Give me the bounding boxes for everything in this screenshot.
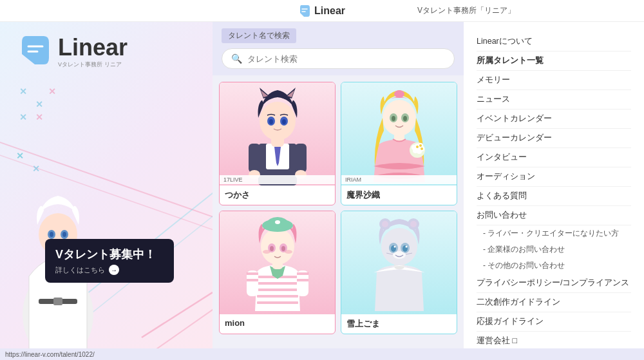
talent-card-image-tsukasa — [220, 82, 335, 185]
svg-point-23 — [269, 119, 273, 124]
svg-rect-46 — [257, 289, 298, 291]
right-sidebar: Linearについて所属タレント一覧メモリーニュースイベントカレンダーデビューカ… — [464, 22, 644, 360]
deco-x-4: ✕ — [48, 86, 56, 97]
talent-name-yukigoma: 雪上ごま — [341, 314, 457, 334]
svg-point-76 — [393, 246, 395, 248]
nav-item-0[interactable]: Linearについて — [477, 32, 631, 52]
talent-name-masai: 魔界沙織 — [341, 185, 457, 205]
svg-point-67 — [381, 228, 417, 265]
svg-line-4 — [142, 292, 213, 337]
brand-name: Linear — [58, 36, 128, 59]
talent-card-image-masai — [341, 82, 457, 185]
main-content: タレント名で検索 🔍 — [213, 22, 464, 360]
top-nav-logo[interactable]: Linear — [299, 4, 345, 18]
top-nav-logo-text: Linear — [314, 5, 345, 17]
talent-card-tsukasa[interactable]: 17LIVE つかさ — [219, 82, 336, 205]
search-input[interactable] — [247, 54, 445, 64]
svg-point-20 — [260, 102, 296, 140]
nav-sub-item-10[interactable]: - ライバー・クリエイターになりたい方 — [477, 225, 631, 242]
svg-point-70 — [382, 221, 388, 227]
svg-rect-48 — [257, 301, 298, 304]
svg-rect-47 — [257, 295, 298, 298]
nav-item-8[interactable]: よくある質問 — [477, 187, 631, 206]
svg-point-77 — [405, 246, 407, 248]
left-panel: ✕ ✕ ✕ ✕ ✕ ✕ ✕ Linear Vタレント事務所 リニア — [0, 22, 213, 360]
svg-point-56 — [270, 246, 274, 251]
svg-point-14 — [62, 232, 66, 237]
svg-point-33 — [403, 116, 407, 121]
nav-item-14[interactable]: 二次創作ガイドライン — [477, 293, 631, 312]
talent-name-tsukasa: つかさ — [220, 185, 335, 205]
svg-rect-17 — [249, 144, 260, 173]
search-label: タレント名で検索 — [222, 28, 296, 43]
talent-card-masai[interactable]: IRIAM 魔界沙織 — [341, 82, 457, 205]
deco-x-2: ✕ — [35, 99, 43, 109]
svg-point-29 — [394, 90, 404, 98]
talent-card-mion[interactable]: mion — [219, 211, 336, 334]
svg-rect-45 — [257, 282, 298, 285]
recruit-arrow-icon: → — [109, 265, 119, 275]
deco-x-5: ✕ — [35, 112, 43, 122]
svg-rect-63 — [247, 279, 258, 281]
talent-card-image-yukigoma — [341, 211, 457, 314]
svg-point-59 — [285, 250, 292, 254]
svg-point-50 — [261, 229, 294, 265]
svg-point-71 — [410, 221, 417, 227]
search-icon: 🔍 — [231, 53, 242, 64]
svg-rect-8 — [53, 298, 62, 305]
talent-platform-tsukasa: 17LIVE — [220, 175, 335, 184]
nav-item-13[interactable]: プライバシーポリシー/コンプライアンス — [477, 274, 631, 293]
brand-logo[interactable]: Linear Vタレント事務所 リニア — [19, 33, 128, 71]
nav-item-4[interactable]: イベントカレンダー — [477, 109, 631, 129]
svg-point-13 — [50, 232, 53, 237]
status-url: https://linear-v.com/talent/1022/ — [5, 351, 95, 358]
svg-point-40 — [412, 145, 417, 150]
nav-item-5[interactable]: デビューカレンダー — [477, 129, 631, 148]
nav-item-15[interactable]: 応援ガイドライン — [477, 312, 631, 332]
svg-point-32 — [392, 116, 395, 121]
nav-item-7[interactable]: オーディション — [477, 167, 631, 187]
talent-grid: 17LIVE つかさ — [213, 75, 464, 341]
deco-x-3: ✕ — [19, 112, 27, 122]
recruit-title: Vタレント募集中！ — [55, 247, 164, 262]
nav-items-container: Linearについて所属タレント一覧メモリーニュースイベントカレンダーデビューカ… — [477, 32, 631, 351]
nav-item-1[interactable]: 所属タレント一覧 — [477, 52, 631, 71]
recruit-link[interactable]: 詳しくはこちら → — [55, 265, 164, 275]
nav-item-9[interactable]: お問い合わせ — [477, 206, 631, 225]
talent-card-yukigoma[interactable]: 雪上ごま — [341, 211, 457, 334]
svg-point-41 — [416, 146, 419, 148]
nav-item-6[interactable]: インタビュー — [477, 148, 631, 167]
svg-point-57 — [281, 246, 285, 251]
top-navigation: Linear Vタレント事務所「リニア」 — [0, 0, 644, 22]
svg-rect-65 — [297, 279, 308, 281]
search-section: タレント名で検索 🔍 — [213, 22, 464, 75]
svg-rect-62 — [247, 272, 258, 275]
svg-line-5 — [155, 305, 213, 350]
svg-point-53 — [275, 220, 280, 224]
svg-point-78 — [393, 251, 406, 259]
search-box[interactable]: 🔍 — [222, 48, 455, 69]
talent-name-mion: mion — [220, 314, 335, 332]
svg-rect-64 — [297, 272, 308, 275]
nav-sub-item-11[interactable]: - 企業様のお問い合わせ — [477, 242, 631, 258]
svg-point-42 — [419, 144, 422, 147]
talent-platform-masai: IRIAM — [341, 175, 457, 184]
brand-subtitle: Vタレント事務所 リニア — [58, 61, 128, 69]
svg-point-58 — [263, 250, 270, 254]
deco-x-1: ✕ — [19, 86, 27, 97]
status-bar: https://linear-v.com/talent/1022/ — [0, 348, 644, 360]
top-nav-logo-icon — [299, 4, 310, 18]
nav-item-2[interactable]: メモリー — [477, 71, 631, 90]
svg-point-28 — [383, 100, 416, 136]
svg-point-43 — [421, 147, 423, 150]
brand-logo-icon — [19, 33, 52, 71]
brand-logo-text-container: Linear Vタレント事務所 リニア — [58, 36, 128, 69]
talent-card-image-mion — [220, 211, 335, 314]
svg-point-24 — [282, 119, 286, 124]
recruit-banner[interactable]: Vタレント募集中！ 詳しくはこちら → — [45, 239, 174, 283]
top-nav-title: Vタレント事務所「リニア」 — [417, 5, 515, 16]
nav-item-3[interactable]: ニュース — [477, 90, 631, 109]
nav-sub-item-12[interactable]: - その他のお問い合わせ — [477, 258, 631, 274]
svg-rect-18 — [295, 144, 307, 173]
